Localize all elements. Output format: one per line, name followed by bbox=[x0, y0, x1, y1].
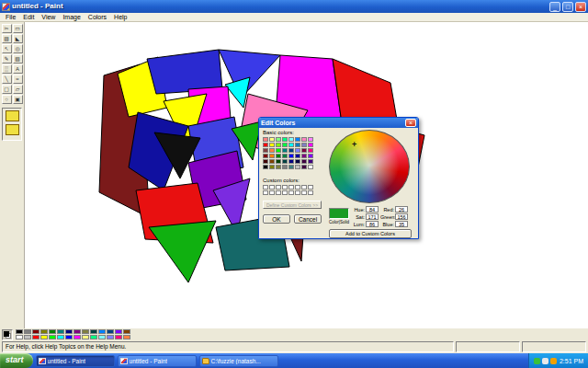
palette-swatch[interactable] bbox=[115, 329, 122, 334]
basic-color-swatch[interactable] bbox=[295, 154, 300, 158]
tool-text[interactable]: A bbox=[13, 64, 23, 74]
basic-color-swatch[interactable] bbox=[263, 159, 268, 164]
palette-swatch[interactable] bbox=[82, 335, 89, 339]
palette-swatch[interactable] bbox=[123, 335, 130, 339]
tool-fill-with-color[interactable]: ◣ bbox=[13, 34, 23, 43]
color-wheel-marker[interactable]: + bbox=[352, 141, 356, 149]
basic-color-swatch[interactable] bbox=[276, 165, 281, 169]
basic-color-swatch[interactable] bbox=[269, 137, 275, 142]
basic-color-swatch[interactable] bbox=[282, 154, 288, 158]
basic-color-swatch[interactable] bbox=[288, 148, 294, 153]
custom-color-swatch[interactable] bbox=[295, 185, 300, 190]
palette-swatch[interactable] bbox=[65, 329, 73, 334]
basic-color-swatch[interactable] bbox=[308, 154, 313, 158]
basic-color-swatch[interactable] bbox=[308, 165, 313, 169]
dialog-title-bar[interactable]: Edit Colors × bbox=[259, 118, 418, 128]
basic-color-swatch[interactable] bbox=[301, 143, 307, 147]
custom-color-swatch[interactable] bbox=[301, 190, 307, 195]
custom-color-swatch[interactable] bbox=[308, 185, 313, 190]
menu-help[interactable]: Help bbox=[110, 13, 130, 21]
palette-swatch[interactable] bbox=[65, 335, 73, 339]
palette-swatch[interactable] bbox=[123, 329, 130, 334]
lum-input[interactable]: 86 bbox=[366, 221, 379, 227]
tool-pick-color[interactable]: ↖ bbox=[2, 44, 12, 53]
basic-color-swatch[interactable] bbox=[282, 159, 288, 164]
menu-file[interactable]: File bbox=[2, 13, 19, 21]
palette-swatch[interactable] bbox=[57, 329, 64, 334]
palette-swatch[interactable] bbox=[107, 335, 114, 339]
tray-icon[interactable] bbox=[550, 358, 557, 364]
basic-color-swatch[interactable] bbox=[301, 137, 307, 142]
custom-color-swatch[interactable] bbox=[276, 190, 281, 195]
menu-image[interactable]: Image bbox=[59, 13, 84, 21]
tool-free-form-select[interactable]: ✂ bbox=[2, 24, 12, 33]
menu-colors[interactable]: Colors bbox=[85, 13, 110, 21]
palette-swatch[interactable] bbox=[82, 329, 89, 334]
taskbar-item[interactable]: C:\fuzzie (natash... bbox=[199, 355, 278, 367]
custom-color-swatch[interactable] bbox=[263, 190, 268, 195]
palette-swatch[interactable] bbox=[32, 335, 40, 339]
tool-curve[interactable]: ≈ bbox=[13, 75, 23, 84]
palette-swatch[interactable] bbox=[57, 335, 64, 339]
tool-rectangle[interactable]: ▢ bbox=[2, 85, 12, 94]
tool-eraser[interactable]: ▨ bbox=[2, 34, 12, 43]
red-input[interactable]: 26 bbox=[395, 206, 408, 213]
define-custom-colors-button[interactable]: Define Custom Colors >> bbox=[263, 201, 322, 209]
basic-color-swatch[interactable] bbox=[276, 148, 281, 153]
basic-color-swatch[interactable] bbox=[295, 148, 300, 153]
basic-color-swatch[interactable] bbox=[308, 159, 313, 164]
tool-airbrush[interactable]: ░ bbox=[2, 64, 12, 74]
basic-color-swatch[interactable] bbox=[282, 137, 288, 142]
basic-color-swatch[interactable] bbox=[301, 148, 307, 153]
maximize-button[interactable]: □ bbox=[562, 2, 573, 12]
close-button[interactable]: × bbox=[575, 2, 586, 12]
basic-color-swatch[interactable] bbox=[276, 137, 281, 142]
basic-color-swatch[interactable] bbox=[282, 165, 288, 169]
tray-icon[interactable] bbox=[542, 358, 548, 364]
custom-color-swatch[interactable] bbox=[276, 185, 281, 190]
ok-button[interactable]: OK bbox=[263, 214, 290, 224]
basic-color-swatch[interactable] bbox=[276, 159, 281, 164]
color-wheel-picker[interactable]: + bbox=[329, 130, 410, 203]
tool-polygon[interactable]: ▱ bbox=[13, 85, 23, 94]
basic-color-swatch[interactable] bbox=[263, 143, 268, 147]
tool-magnifier[interactable]: ◎ bbox=[13, 44, 23, 53]
basic-color-swatch[interactable] bbox=[263, 148, 268, 153]
tool-option-tile[interactable] bbox=[6, 110, 19, 121]
palette-swatch[interactable] bbox=[49, 329, 56, 334]
basic-color-swatch[interactable] bbox=[295, 137, 300, 142]
palette-swatch[interactable] bbox=[16, 329, 23, 334]
basic-color-swatch[interactable] bbox=[288, 137, 294, 142]
basic-color-swatch[interactable] bbox=[308, 148, 313, 153]
basic-color-swatch[interactable] bbox=[288, 143, 294, 147]
taskbar-item[interactable]: untitled - Paint bbox=[36, 355, 115, 367]
palette-swatch[interactable] bbox=[74, 335, 81, 339]
custom-color-swatch[interactable] bbox=[263, 185, 268, 190]
basic-color-swatch[interactable] bbox=[301, 165, 307, 169]
tool-ellipse[interactable]: ○ bbox=[2, 95, 12, 104]
custom-color-swatch[interactable] bbox=[301, 185, 307, 190]
tray-icon[interactable] bbox=[534, 358, 540, 364]
basic-color-swatch[interactable] bbox=[282, 148, 288, 153]
palette-swatch[interactable] bbox=[16, 335, 23, 339]
taskbar-item[interactable]: untitled - Paint bbox=[118, 355, 197, 367]
title-bar[interactable]: untitled - Paint _ □ × bbox=[0, 0, 588, 13]
palette-swatch[interactable] bbox=[49, 335, 56, 339]
custom-color-swatch[interactable] bbox=[295, 190, 300, 195]
dialog-close-button[interactable]: × bbox=[405, 119, 416, 127]
palette-swatch[interactable] bbox=[24, 335, 31, 339]
menu-edit[interactable]: Edit bbox=[19, 13, 38, 21]
palette-swatch[interactable] bbox=[115, 335, 122, 339]
basic-color-swatch[interactable] bbox=[269, 165, 275, 169]
basic-color-swatch[interactable] bbox=[269, 143, 275, 147]
basic-color-swatch[interactable] bbox=[295, 159, 300, 164]
basic-color-swatch[interactable] bbox=[301, 159, 307, 164]
palette-swatch[interactable] bbox=[90, 335, 97, 339]
palette-swatch[interactable] bbox=[90, 329, 97, 334]
basic-color-swatch[interactable] bbox=[263, 165, 268, 169]
palette-swatch[interactable] bbox=[32, 329, 40, 334]
tool-line[interactable]: ╲ bbox=[2, 75, 12, 84]
basic-color-swatch[interactable] bbox=[269, 148, 275, 153]
palette-swatch[interactable] bbox=[40, 329, 48, 334]
palette-swatch[interactable] bbox=[98, 335, 106, 339]
